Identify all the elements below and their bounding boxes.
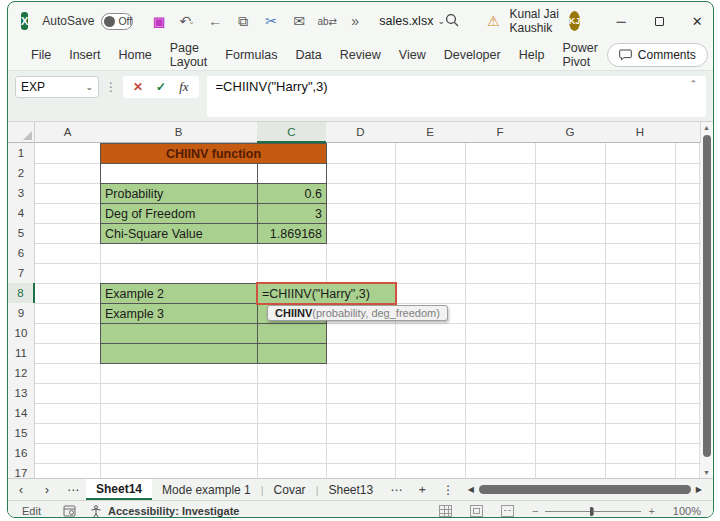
row-header-8[interactable]: 8 <box>8 283 35 304</box>
ribbon-tab-home[interactable]: Home <box>109 40 160 70</box>
new-sheet-icon[interactable]: ＋ <box>409 481 435 498</box>
undo-icon[interactable]: ↶⌄ <box>173 9 201 33</box>
user-name[interactable]: Kunal Jai Kaushik <box>510 7 561 35</box>
ribbon-tab-view[interactable]: View <box>390 40 435 70</box>
row-header-7[interactable]: 7 <box>8 263 35 284</box>
cell-B8[interactable]: Example 2 <box>100 283 258 304</box>
cell-C8[interactable]: =CHIINV("Harry",3) <box>257 283 396 304</box>
replace-icon[interactable]: ab⇄ <box>313 9 341 33</box>
row-header-15[interactable]: 15 <box>8 423 35 444</box>
cell-C3[interactable]: 0.6 <box>257 183 327 204</box>
cell-C5[interactable]: 1.869168 <box>257 223 327 244</box>
row-header-6[interactable]: 6 <box>8 243 35 264</box>
row-header-5[interactable]: 5 <box>8 223 35 244</box>
vertical-scrollbar[interactable]: ▲ ▼ <box>699 122 713 478</box>
row-header-10[interactable]: 10 <box>8 323 35 344</box>
autosave-toggle[interactable]: Off <box>101 13 133 30</box>
column-header-d[interactable]: D <box>326 122 396 143</box>
cell-C11[interactable] <box>257 343 327 364</box>
insert-function-icon[interactable]: fx <box>179 79 188 95</box>
cut-icon[interactable]: ✂ <box>257 9 285 33</box>
save-icon[interactable]: ▣ <box>145 9 173 33</box>
cell-B9[interactable]: Example 3 <box>100 303 258 324</box>
more-sheets-icon[interactable]: ⋯ <box>383 483 409 497</box>
cell-B1[interactable]: CHIINV function <box>100 143 327 164</box>
column-header-b[interactable]: B <box>100 122 258 143</box>
ribbon-tab-help[interactable]: Help <box>510 40 554 70</box>
column-header-f[interactable]: F <box>465 122 536 143</box>
column-header-h[interactable]: H <box>605 122 676 143</box>
cell-B2[interactable] <box>100 163 258 184</box>
close-button[interactable]: ✕ <box>678 6 714 36</box>
sheet-tab-sheet14[interactable]: Sheet14 <box>86 479 152 500</box>
tab-options-icon[interactable]: ⋮ <box>435 483 461 497</box>
ribbon-tab-developer[interactable]: Developer <box>435 40 510 70</box>
cell-B11[interactable] <box>100 343 258 364</box>
next-sheet-icon[interactable]: › <box>34 483 60 497</box>
cancel-icon[interactable]: ✕ <box>133 80 143 94</box>
name-box[interactable]: EXP ⌄ <box>15 76 99 98</box>
horizontal-scroll-thumb[interactable] <box>479 485 691 494</box>
ribbon-tab-power-pivot[interactable]: Power Pivot <box>553 40 606 70</box>
accessibility-icon[interactable] <box>90 505 102 518</box>
search-icon[interactable] <box>445 13 459 30</box>
scroll-down-icon[interactable]: ▼ <box>700 469 713 476</box>
ribbon-tab-review[interactable]: Review <box>331 40 390 70</box>
row-header-9[interactable]: 9 <box>8 303 35 324</box>
back-arrow-icon[interactable]: ← <box>201 9 229 33</box>
all-sheets-icon[interactable]: ⋯ <box>60 483 86 497</box>
normal-view-icon[interactable] <box>439 505 452 517</box>
row-header-1[interactable]: 1 <box>8 143 35 164</box>
more-commands-icon[interactable]: » <box>341 9 369 33</box>
avatar[interactable]: KJ <box>569 11 581 31</box>
sheet-tab-covar[interactable]: Covar <box>264 479 316 500</box>
ribbon-tab-file[interactable]: File <box>22 40 60 70</box>
row-header-13[interactable]: 13 <box>8 383 35 404</box>
comments-button[interactable]: Comments <box>607 43 708 67</box>
macro-record-icon[interactable] <box>63 505 76 517</box>
accessibility-status[interactable]: Accessibility: Investigate <box>108 505 239 517</box>
row-header-2[interactable]: 2 <box>8 163 35 184</box>
formula-input[interactable]: =CHIINV("Harry",3) ⌃ <box>207 76 706 117</box>
row-header-4[interactable]: 4 <box>8 203 35 224</box>
excel-app-icon[interactable]: X <box>21 12 28 30</box>
zoom-slider-thumb[interactable] <box>590 507 593 516</box>
row-header-3[interactable]: 3 <box>8 183 35 204</box>
ribbon-tab-page-layout[interactable]: Page Layout <box>161 40 217 70</box>
cell-B10[interactable] <box>100 323 258 344</box>
minimize-button[interactable]: ─ <box>602 6 640 36</box>
document-title[interactable]: sales.xlsx⌄ <box>379 14 445 28</box>
prev-sheet-icon[interactable]: ‹ <box>8 483 34 497</box>
page-layout-view-icon[interactable] <box>470 505 483 517</box>
worksheet-grid[interactable]: ▲ ▼ ABCDEFGH1234567891011121314151617CHI… <box>8 121 713 478</box>
sheet-tab-sheet13[interactable]: Sheet13 <box>318 479 383 500</box>
row-header-14[interactable]: 14 <box>8 403 35 424</box>
maximize-button[interactable] <box>640 6 678 36</box>
sheet-tab-mode-example-1[interactable]: Mode example 1 <box>152 479 261 500</box>
row-header-16[interactable]: 16 <box>8 443 35 464</box>
enter-icon[interactable]: ✓ <box>156 80 166 94</box>
vertical-scroll-thumb[interactable] <box>703 135 711 457</box>
column-header-c[interactable]: C <box>257 122 327 143</box>
collapse-formula-bar-icon[interactable]: ⌃ <box>689 79 697 89</box>
ribbon-tab-data[interactable]: Data <box>286 40 330 70</box>
cell-B5[interactable]: Chi-Square Value <box>100 223 258 244</box>
scroll-left-icon[interactable]: ◀ <box>463 485 479 494</box>
row-header-12[interactable]: 12 <box>8 363 35 384</box>
column-header-a[interactable]: A <box>35 122 101 143</box>
ribbon-tab-formulas[interactable]: Formulas <box>216 40 286 70</box>
select-all-corner[interactable] <box>8 122 35 143</box>
zoom-in-icon[interactable]: + <box>648 505 654 517</box>
row-header-17[interactable]: 17 <box>8 463 35 478</box>
cell-C2[interactable] <box>257 163 327 184</box>
zoom-out-icon[interactable]: − <box>532 505 538 517</box>
column-header-e[interactable]: E <box>395 122 466 143</box>
cell-C4[interactable]: 3 <box>257 203 327 224</box>
row-header-11[interactable]: 11 <box>8 343 35 364</box>
mail-icon[interactable]: ✉ <box>285 9 313 33</box>
cell-B4[interactable]: Deg of Freedom <box>100 203 258 224</box>
cell-C10[interactable] <box>257 323 327 344</box>
scroll-right-icon[interactable]: ▶ <box>691 485 707 494</box>
ribbon-tab-insert[interactable]: Insert <box>60 40 109 70</box>
copy-icon[interactable]: ⧉ <box>229 9 257 33</box>
